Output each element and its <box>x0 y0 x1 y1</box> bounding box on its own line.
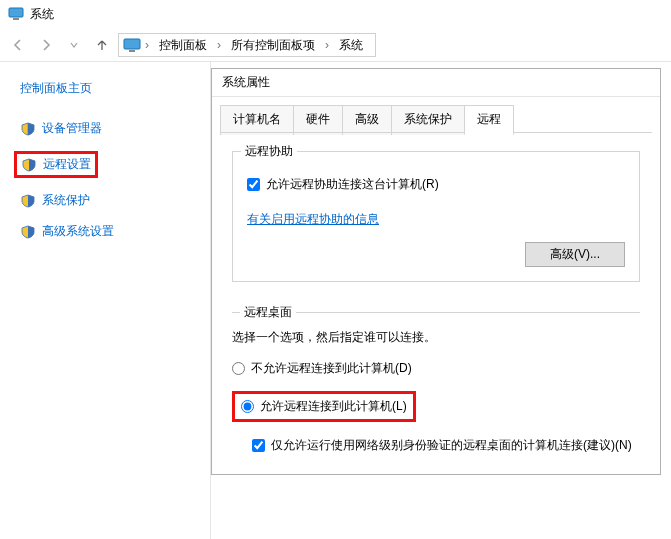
fieldset-remote-assist: 远程协助 允许远程协助连接这台计算机(R) 有关启用远程协助的信息 高级(V).… <box>232 151 640 282</box>
chevron-right-icon: › <box>215 38 223 52</box>
allow-remote-assist-checkbox[interactable]: 允许远程协助连接这台计算机(R) <box>247 176 625 193</box>
sidebar-item-system-protection[interactable]: 系统保护 <box>20 188 198 213</box>
breadcrumb[interactable]: › 控制面板 › 所有控制面板项 › 系统 <box>118 33 376 57</box>
dialog-titlebar: 系统属性 <box>212 69 660 97</box>
sidebar-item-label: 设备管理器 <box>42 120 102 137</box>
nla-checkbox-input[interactable] <box>252 439 265 452</box>
allow-remote-assist-label: 允许远程协助连接这台计算机(R) <box>266 176 439 193</box>
tab-remote[interactable]: 远程 <box>464 105 514 135</box>
svg-rect-1 <box>13 18 19 20</box>
chevron-right-icon: › <box>143 38 151 52</box>
radio-allow-remote[interactable]: 允许远程连接到此计算机(L) <box>241 398 407 415</box>
tab-remote-body: 远程协助 允许远程协助连接这台计算机(R) 有关启用远程协助的信息 高级(V).… <box>212 135 660 474</box>
nav-row: › 控制面板 › 所有控制面板项 › 系统 <box>0 28 671 62</box>
control-panel-home-link[interactable]: 控制面板主页 <box>20 80 92 98</box>
radio-allow-label: 允许远程连接到此计算机(L) <box>260 398 407 415</box>
sidebar: 控制面板主页 设备管理器 远程设置 系统保护 <box>0 62 210 539</box>
tabstrip: 计算机名 硬件 高级 系统保护 远程 <box>212 97 660 135</box>
back-button[interactable] <box>6 33 30 57</box>
breadcrumb-item[interactable]: 所有控制面板项 <box>223 34 323 56</box>
remote-assist-info-link[interactable]: 有关启用远程协助的信息 <box>247 212 379 226</box>
nla-checkbox-label: 仅允许运行使用网络级别身份验证的远程桌面的计算机连接(建议)(N) <box>271 436 632 454</box>
shield-icon <box>21 157 37 173</box>
titlebar: 系统 <box>0 0 671 28</box>
breadcrumb-item[interactable]: 系统 <box>331 34 371 56</box>
forward-button[interactable] <box>34 33 58 57</box>
shield-icon <box>20 224 36 240</box>
recent-dropdown[interactable] <box>62 33 86 57</box>
fieldset-remote-desktop: 远程桌面 选择一个选项，然后指定谁可以连接。 不允许远程连接到此计算机(D) 允… <box>232 312 640 454</box>
content-area: 系统属性 计算机名 硬件 高级 系统保护 远程 远程协助 允许远程协助连接这台计… <box>210 62 671 539</box>
up-button[interactable] <box>90 33 114 57</box>
sidebar-item-device-manager[interactable]: 设备管理器 <box>20 116 198 141</box>
radio-disallow-remote[interactable]: 不允许远程连接到此计算机(D) <box>232 360 640 377</box>
legend-remote-desktop: 远程桌面 <box>240 304 296 321</box>
monitor-icon <box>123 37 141 53</box>
highlight-box: 允许远程连接到此计算机(L) <box>232 391 416 422</box>
dialog-title: 系统属性 <box>222 74 270 91</box>
highlight-box: 远程设置 <box>14 151 98 178</box>
window-title: 系统 <box>30 6 54 23</box>
shield-icon <box>20 193 36 209</box>
allow-remote-assist-input[interactable] <box>247 178 260 191</box>
radio-disallow-input[interactable] <box>232 362 245 375</box>
advanced-button[interactable]: 高级(V)... <box>525 242 625 267</box>
legend-remote-assist: 远程协助 <box>241 143 297 160</box>
radio-disallow-label: 不允许远程连接到此计算机(D) <box>251 360 412 377</box>
svg-rect-3 <box>129 50 135 52</box>
sidebar-item-advanced-system[interactable]: 高级系统设置 <box>20 219 198 244</box>
shield-icon <box>20 121 36 137</box>
remote-desktop-desc: 选择一个选项，然后指定谁可以连接。 <box>232 329 640 346</box>
sidebar-item-label: 高级系统设置 <box>42 223 114 240</box>
tab-computer-name[interactable]: 计算机名 <box>220 105 294 135</box>
tab-advanced[interactable]: 高级 <box>342 105 392 135</box>
chevron-right-icon: › <box>323 38 331 52</box>
nla-checkbox[interactable]: 仅允许运行使用网络级别身份验证的远程桌面的计算机连接(建议)(N) <box>252 436 640 454</box>
sidebar-item-remote-settings[interactable]: 远程设置 <box>20 147 198 182</box>
tab-hardware[interactable]: 硬件 <box>293 105 343 135</box>
system-properties-dialog: 系统属性 计算机名 硬件 高级 系统保护 远程 远程协助 允许远程协助连接这台计… <box>211 68 661 475</box>
sidebar-item-label: 远程设置 <box>43 156 91 173</box>
system-icon <box>8 6 24 22</box>
breadcrumb-item[interactable]: 控制面板 <box>151 34 215 56</box>
svg-rect-0 <box>9 8 23 17</box>
tab-system-protection[interactable]: 系统保护 <box>391 105 465 135</box>
sidebar-item-label: 系统保护 <box>42 192 90 209</box>
svg-rect-2 <box>124 39 140 49</box>
radio-allow-input[interactable] <box>241 400 254 413</box>
